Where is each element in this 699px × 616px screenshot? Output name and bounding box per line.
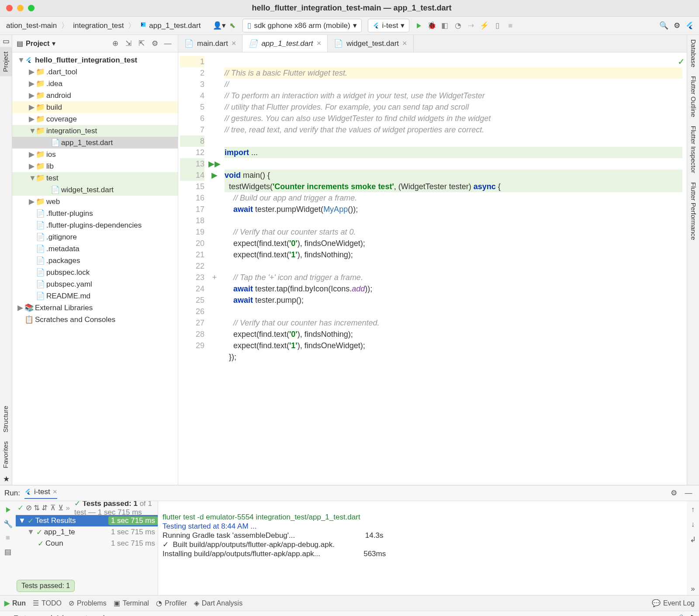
tab-widgettest[interactable]: 📄widget_test.dart× xyxy=(328,35,414,52)
device-selector[interactable]: ▯ sdk gphone x86 arm (mobile) ▾ xyxy=(242,19,361,32)
tree-item[interactable]: ▶📁coverage xyxy=(12,113,178,125)
tab-app1test[interactable]: 📄app_1_test.dart× xyxy=(242,35,328,52)
hot-reload-button[interactable]: ⚡ xyxy=(478,20,491,32)
run-button[interactable] xyxy=(412,20,425,32)
bottom-dart-analysis[interactable]: ◈Dart Analysis xyxy=(194,599,242,607)
right-rail-inspector[interactable]: Flutter Inspector xyxy=(687,121,699,177)
code-editor[interactable]: 1234567812131415161718192021222324252627… xyxy=(178,52,687,485)
back-arrow-icon[interactable]: ⬉ xyxy=(226,20,239,32)
users-icon[interactable]: 👤▾ xyxy=(213,20,226,32)
tree-item[interactable]: 📄.flutter-plugins xyxy=(12,208,178,219)
sort-icon[interactable]: ⇵ xyxy=(42,502,48,514)
bottom-terminal[interactable]: ▣Terminal xyxy=(114,599,149,607)
tree-item[interactable]: ▶📁lib xyxy=(12,160,178,172)
gear-icon[interactable]: ⚙ xyxy=(670,20,683,32)
tree-item[interactable]: ▶📚External Libraries xyxy=(12,302,178,314)
bookmarks-icon[interactable]: ▭ xyxy=(0,35,12,47)
chevron-down-icon[interactable]: ▾ xyxy=(52,39,55,48)
left-rail-project[interactable]: Project xyxy=(0,47,12,76)
tree-item-selected[interactable]: 📄app_1_test.dart xyxy=(12,137,178,149)
profile-button[interactable]: ◔ xyxy=(451,20,464,32)
soft-wrap-icon[interactable]: ↲ xyxy=(687,533,699,546)
debug-button[interactable]: 🐞 xyxy=(425,20,438,32)
up-arrow-icon[interactable]: ↑ xyxy=(687,504,699,516)
rerun-button[interactable] xyxy=(2,504,14,516)
tree-item[interactable]: ▶📁ios xyxy=(12,149,178,160)
close-icon[interactable]: × xyxy=(53,488,57,496)
bottom-todo[interactable]: ☰TODO xyxy=(33,599,62,607)
tree-item[interactable]: 📄widget_test.dart xyxy=(12,184,178,196)
tree-item[interactable]: 📄pubspec.lock xyxy=(12,266,178,278)
tree-item[interactable]: ▶📁.dart_tool xyxy=(12,66,178,78)
wrench-icon[interactable]: 🔧 xyxy=(2,518,14,530)
analysis-ok-icon[interactable]: ✓ xyxy=(678,56,685,67)
tree-item[interactable]: 📄.packages xyxy=(12,255,178,266)
indexing-icon[interactable]: ⚑ xyxy=(690,614,696,616)
minimize-window[interactable] xyxy=(17,5,24,11)
locate-icon[interactable]: ⊕ xyxy=(110,38,121,49)
expand-all-icon[interactable]: ⇲ xyxy=(123,38,134,49)
tree-item[interactable]: ▶📁web xyxy=(12,196,178,208)
hide-icon[interactable]: — xyxy=(682,487,695,499)
stop-icon[interactable]: ■ xyxy=(2,532,14,544)
collapse-icon[interactable]: ⊻ xyxy=(58,502,64,514)
close-icon[interactable]: × xyxy=(317,39,322,48)
stop-button[interactable]: ■ xyxy=(504,20,517,32)
left-rail-structure[interactable]: Structure xyxy=(0,401,12,437)
down-arrow-icon[interactable]: ↓ xyxy=(687,519,699,531)
right-rail-outline[interactable]: Flutter Outline xyxy=(687,72,699,121)
bottom-run[interactable]: ▶Run xyxy=(4,599,26,607)
test-results-item[interactable]: ▼✓ app_1_te 1 sec 715 ms xyxy=(16,526,158,538)
breadcrumb[interactable]: integration_test xyxy=(69,20,127,32)
tree-item[interactable]: 📄pubspec.yaml xyxy=(12,278,178,290)
tree-item[interactable]: 📄README.md xyxy=(12,290,178,302)
gear-icon[interactable]: ⚙ xyxy=(149,38,160,49)
close-icon[interactable]: × xyxy=(232,39,236,48)
tree-item[interactable]: ▼📁integration_test xyxy=(12,125,178,137)
show-passed-icon[interactable]: ✓ xyxy=(17,502,24,514)
left-rail-favorites[interactable]: Favorites xyxy=(0,437,12,473)
search-icon[interactable]: 🔍 xyxy=(657,20,670,32)
right-rail-database[interactable]: Database xyxy=(687,35,699,72)
more-icon[interactable]: » xyxy=(687,583,699,595)
right-rail-performance[interactable]: Flutter Performance xyxy=(687,178,699,245)
bottom-profiler[interactable]: ◔Profiler xyxy=(156,599,187,607)
project-tree[interactable]: ▼hello_flutter_integration_test ▶📁.dart_… xyxy=(12,52,178,485)
tree-item[interactable]: 📄.flutter-plugins-dependencies xyxy=(12,219,178,231)
flutter-logo-icon[interactable] xyxy=(683,20,696,32)
tree-item[interactable]: 📋Scratches and Consoles xyxy=(12,314,178,325)
run-config-selector[interactable]: i-test ▾ xyxy=(368,19,410,32)
show-ignored-icon[interactable]: ⊘ xyxy=(25,502,31,514)
bottom-event-log[interactable]: 💬Event Log xyxy=(652,599,695,607)
breadcrumb[interactable]: app_1_test.dart xyxy=(136,19,204,32)
sort-icon[interactable]: ⇅ xyxy=(34,502,40,514)
tree-item[interactable]: ▼📁test xyxy=(12,172,178,184)
breadcrumb[interactable]: ation_test-main xyxy=(3,20,60,32)
tab-main[interactable]: 📄main.dart× xyxy=(178,35,242,52)
attach-button[interactable]: ⇢ xyxy=(464,20,478,32)
status-icon[interactable]: ▭ xyxy=(3,614,10,616)
bottom-problems[interactable]: ⊘Problems xyxy=(69,599,107,607)
tree-item[interactable]: 📄.metadata xyxy=(12,243,178,255)
run-gutter-icon[interactable]: ▶▶ xyxy=(209,158,220,170)
close-icon[interactable]: × xyxy=(402,39,407,48)
tree-item[interactable]: ▶📁build xyxy=(12,101,178,113)
tree-item[interactable]: ▶📁.idea xyxy=(12,78,178,90)
tree-root[interactable]: ▼hello_flutter_integration_test xyxy=(12,54,178,66)
lock-icon[interactable]: 🔒 xyxy=(677,614,685,616)
expand-icon[interactable]: ⊼ xyxy=(50,502,56,514)
coverage-button[interactable]: ◧ xyxy=(438,20,451,32)
collapse-all-icon[interactable]: ⇱ xyxy=(136,38,147,49)
add-gutter-icon[interactable]: + xyxy=(209,272,220,283)
test-results-root[interactable]: ▼✓ Test Results 1 sec 715 ms xyxy=(16,515,158,526)
layout-icon[interactable]: ▤ xyxy=(2,546,14,558)
close-window[interactable] xyxy=(6,5,13,11)
test-results-item[interactable]: ✓ Coun 1 sec 715 ms xyxy=(16,538,158,549)
zoom-window[interactable] xyxy=(28,5,35,11)
tree-item[interactable]: ▶📁android xyxy=(12,90,178,101)
test-console[interactable]: flutter test -d emulator-5554 integratio… xyxy=(158,501,687,595)
run-tab[interactable]: i-test × xyxy=(24,488,57,499)
devtools-button[interactable]: ▯ xyxy=(491,20,504,32)
gear-icon[interactable]: ⚙ xyxy=(668,487,680,499)
tree-item[interactable]: 📄.gitignore xyxy=(12,231,178,243)
